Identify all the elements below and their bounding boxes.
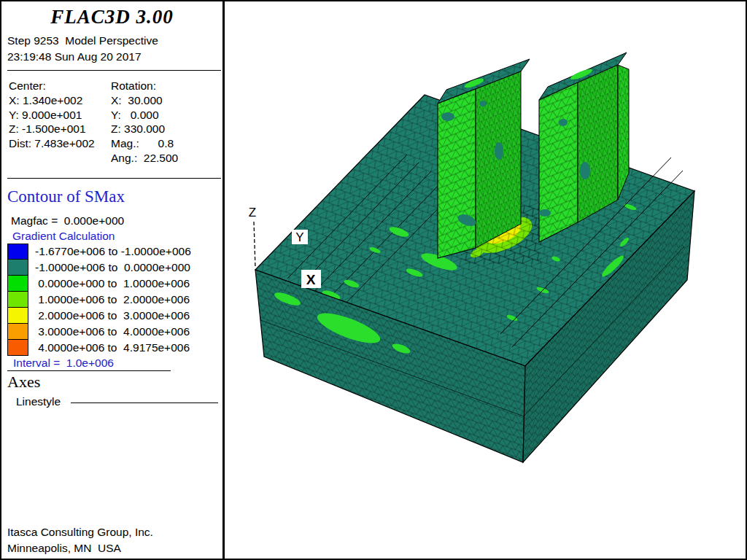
model-3d-view: Z Y X <box>225 1 747 559</box>
center-z: Z: -1.500e+001 <box>9 122 95 136</box>
center-dist: Dist: 7.483e+002 <box>9 136 95 151</box>
app-title: FLAC3D 3.00 <box>1 6 222 28</box>
info-panel: FLAC3D 3.00 Step 9253 Model Perspective … <box>1 1 222 559</box>
legend-row: 3.0000e+006 to 4.0000e+006 <box>7 324 191 340</box>
legend-label: 2.0000e+006 to 3.0000e+006 <box>35 309 190 322</box>
center-y: Y: 9.000e+001 <box>9 108 95 122</box>
legend-label: -1.0000e+006 to 0.0000e+000 <box>35 261 190 274</box>
legend-row: 2.0000e+006 to 3.0000e+006 <box>7 308 191 324</box>
datetime-line: 23:19:48 Sun Aug 20 2017 <box>7 50 142 63</box>
center-label: Center: <box>9 79 95 93</box>
company-location: Minneapolis, MN USA <box>7 542 121 555</box>
legend-row: 4.0000e+006 to 4.9175e+006 <box>7 340 191 356</box>
rotation-label: Rotation: <box>111 79 178 93</box>
z-axis-label: Z <box>249 206 256 219</box>
z-axis-line <box>254 222 255 268</box>
company-name: Itasca Consulting Group, Inc. <box>7 526 153 539</box>
rotation-x: X: 30.000 <box>111 93 178 108</box>
gradient-line: Gradient Calculation <box>12 230 115 243</box>
legend-label: 0.0000e+000 to 1.0000e+006 <box>35 277 190 290</box>
separator <box>7 70 221 71</box>
legend-swatch <box>7 260 28 276</box>
rotation-z: Z: 330.000 <box>111 122 178 136</box>
center-x: X: 1.340e+002 <box>9 93 95 108</box>
legend-row: 1.0000e+006 to 2.0000e+006 <box>7 292 191 308</box>
linestyle-sample-line <box>71 402 218 403</box>
rotation-y: Y: 0.000 <box>111 108 178 122</box>
contour-title: Contour of SMax <box>7 187 125 206</box>
step-line: Step 9253 Model Perspective <box>7 34 158 47</box>
legend-swatch <box>7 324 28 340</box>
legend-label: -1.6770e+006 to -1.0000e+006 <box>35 245 191 258</box>
y-axis-label: Y <box>295 230 303 244</box>
legend-label: 1.0000e+006 to 2.0000e+006 <box>35 293 190 306</box>
model-viewport[interactable]: Z Y X <box>225 1 747 559</box>
center-column: Center: X: 1.340e+002 Y: 9.000e+001 Z: -… <box>9 79 95 151</box>
separator <box>7 370 171 371</box>
rotation-mag: Mag.: 0.8 <box>111 136 178 151</box>
legend-swatch <box>7 308 28 324</box>
rotation-ang: Ang.: 22.500 <box>111 151 178 166</box>
legend-label: 4.0000e+006 to 4.9175e+006 <box>35 341 190 354</box>
axes-section-title: Axes <box>7 373 40 392</box>
magfac-line: Magfac = 0.000e+000 <box>11 214 124 228</box>
interval-line: Interval = 1.0e+006 <box>13 357 114 370</box>
legend-swatch <box>7 292 28 308</box>
axes-linestyle-label: Linestyle <box>16 395 61 408</box>
legend-row: -1.0000e+006 to 0.0000e+000 <box>7 260 191 276</box>
legend-swatch <box>7 276 28 292</box>
legend-swatch <box>7 244 28 260</box>
x-axis-label: X <box>306 272 316 287</box>
legend-swatch <box>7 340 28 356</box>
legend-row: 0.0000e+000 to 1.0000e+006 <box>7 276 191 292</box>
legend-row: -1.6770e+006 to -1.0000e+006 <box>7 244 191 260</box>
rotation-column: Rotation: X: 30.000 Y: 0.000 Z: 330.000 … <box>111 79 178 166</box>
flac3d-window: FLAC3D 3.00 Step 9253 Model Perspective … <box>0 0 747 560</box>
contour-legend: -1.6770e+006 to -1.0000e+006 -1.0000e+00… <box>7 244 191 356</box>
legend-label: 3.0000e+006 to 4.0000e+006 <box>35 325 190 338</box>
separator <box>7 178 221 179</box>
